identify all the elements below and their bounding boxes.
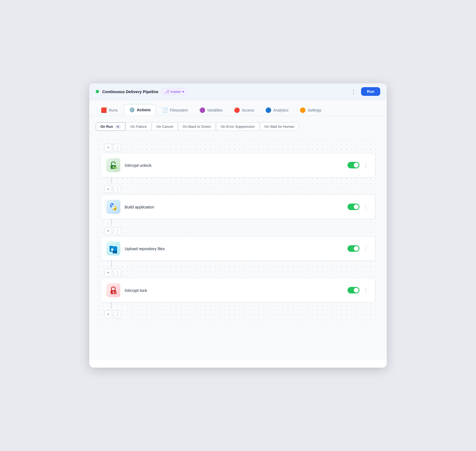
action-options-button-1[interactable]: ⋮ bbox=[114, 185, 121, 193]
header-left: Continuous Delivery Pipeline ⎇ master ▾ bbox=[96, 88, 187, 95]
tab-actions-label: Actions bbox=[137, 108, 151, 112]
actions-list: + ⋮ bbox=[101, 142, 375, 320]
connector-row-1: + ⋮ bbox=[101, 184, 121, 195]
tab-filesystem[interactable]: 📄 Filesystem bbox=[157, 104, 193, 116]
subtab-on-wait-for-human[interactable]: On Wait for Human bbox=[260, 122, 299, 131]
nav-tabs: 🟥 Runs ⚙️ Actions 📄 Filesystem 🟣 Variabl… bbox=[89, 100, 387, 116]
build-application-more-button[interactable]: ⋮ bbox=[362, 202, 370, 211]
pipeline-status-dot bbox=[96, 90, 99, 93]
tab-access-label: Access bbox=[242, 108, 254, 112]
tab-access[interactable]: 🔴 Access bbox=[229, 104, 259, 116]
gitcrypt-unlock-more-button[interactable]: ⋮ bbox=[362, 161, 370, 169]
git-branch-icon: ⎇ bbox=[165, 89, 169, 94]
svg-text:↑: ↑ bbox=[114, 251, 116, 253]
sub-tabs: On Run 4 On Failure On Cancel On Back to… bbox=[96, 122, 380, 131]
v-line-2 bbox=[111, 219, 112, 225]
subtab-on-error-suppression-label: On Error Suppression bbox=[221, 125, 255, 129]
more-options-button[interactable]: ⋮ bbox=[349, 87, 358, 96]
build-application-toggle[interactable] bbox=[348, 204, 359, 210]
run-button[interactable]: Run bbox=[361, 87, 380, 96]
subtab-on-back-to-green-label: On Back to Green bbox=[183, 125, 211, 129]
actions-icon: ⚙️ bbox=[129, 107, 135, 113]
tab-runs-label: Runs bbox=[109, 108, 118, 112]
action-card-upload-repository: ↑ Upload repository files ⋮ bbox=[101, 236, 375, 261]
chevron-down-icon: ▾ bbox=[182, 90, 184, 94]
gitcrypt-unlock-icon: ↑ bbox=[108, 160, 118, 170]
header-right: ⋮ Run bbox=[349, 87, 380, 96]
pipeline-title: Continuous Delivery Pipeline bbox=[102, 89, 158, 94]
header: Continuous Delivery Pipeline ⎇ master ▾ … bbox=[89, 83, 387, 100]
svg-point-14 bbox=[112, 250, 113, 250]
gitcrypt-unlock-controls: ⋮ bbox=[348, 161, 370, 169]
action-card-build-application: Build application ⋮ bbox=[101, 195, 375, 219]
gitcrypt-lock-icon-wrap: ↑ bbox=[106, 283, 120, 297]
upload-repository-more-button[interactable]: ⋮ bbox=[362, 244, 370, 253]
action-options-button-3[interactable]: ⋮ bbox=[114, 269, 121, 276]
action-card-gitcrypt-lock: ↑ Gitcrypt lock ⋮ bbox=[101, 278, 375, 302]
add-action-button-1[interactable]: + bbox=[104, 185, 112, 193]
gitcrypt-lock-label: Gitcrypt lock bbox=[125, 288, 343, 293]
tab-actions[interactable]: ⚙️ Actions bbox=[124, 104, 156, 116]
filesystem-icon: 📄 bbox=[162, 107, 168, 113]
build-application-controls: ⋮ bbox=[348, 202, 370, 211]
actions-area: + ⋮ bbox=[96, 137, 380, 325]
subtab-on-back-to-green[interactable]: On Back to Green bbox=[178, 122, 216, 131]
subtab-on-cancel[interactable]: On Cancel bbox=[152, 122, 177, 131]
build-application-icon-wrap bbox=[106, 200, 120, 214]
subtab-on-run[interactable]: On Run 4 bbox=[96, 122, 125, 131]
tab-analytics-label: Analytics bbox=[273, 108, 288, 112]
add-action-button-2[interactable]: + bbox=[104, 227, 112, 235]
action-card-gitcrypt-unlock: ↑ Gitcrypt unlock ⋮ bbox=[101, 153, 375, 177]
tab-settings[interactable]: 🟠 Settings bbox=[295, 104, 326, 116]
subtab-on-failure-label: On Failure bbox=[130, 125, 147, 129]
gitcrypt-unlock-label: Gitcrypt unlock bbox=[125, 163, 343, 168]
main-content: On Run 4 On Failure On Cancel On Back to… bbox=[89, 116, 387, 360]
analytics-icon: 🔵 bbox=[265, 107, 271, 113]
add-action-button-3[interactable]: + bbox=[104, 269, 112, 276]
subtab-on-wait-for-human-label: On Wait for Human bbox=[265, 125, 295, 129]
action-options-button-4[interactable]: ⋮ bbox=[114, 311, 121, 318]
subtab-on-failure[interactable]: On Failure bbox=[126, 122, 151, 131]
action-options-button-0[interactable]: ⋮ bbox=[114, 144, 121, 151]
variables-icon: 🟣 bbox=[199, 107, 205, 113]
on-run-badge: 4 bbox=[115, 125, 121, 129]
add-action-button-4[interactable]: + bbox=[104, 311, 112, 318]
v-line-3 bbox=[111, 261, 112, 267]
tab-runs[interactable]: 🟥 Runs bbox=[96, 104, 123, 116]
connector-row-2: + ⋮ bbox=[101, 225, 121, 236]
upload-repository-toggle[interactable] bbox=[348, 245, 359, 252]
upload-repository-label: Upload repository files bbox=[125, 246, 343, 251]
gitcrypt-unlock-toggle[interactable] bbox=[348, 162, 359, 168]
upload-repository-icon: ↑ bbox=[108, 244, 118, 253]
subtab-on-error-suppression[interactable]: On Error Suppression bbox=[216, 122, 259, 131]
svg-rect-9 bbox=[112, 205, 115, 208]
svg-point-7 bbox=[111, 204, 112, 205]
upload-repository-icon-wrap: ↑ bbox=[106, 241, 120, 256]
runs-icon: 🟥 bbox=[101, 107, 107, 113]
settings-icon: 🟠 bbox=[300, 107, 306, 113]
tab-variables-label: Variables bbox=[207, 108, 223, 112]
subtab-on-cancel-label: On Cancel bbox=[156, 125, 173, 129]
svg-point-8 bbox=[115, 208, 116, 210]
connector-row-4: + ⋮ bbox=[101, 309, 121, 320]
add-action-button-0[interactable]: + bbox=[104, 144, 112, 151]
build-application-label: Build application bbox=[125, 205, 343, 209]
connector-row-3: + ⋮ bbox=[101, 267, 121, 278]
build-application-icon bbox=[108, 202, 118, 212]
gitcrypt-lock-more-button[interactable]: ⋮ bbox=[362, 286, 370, 295]
v-line-1 bbox=[111, 177, 112, 184]
gitcrypt-lock-icon: ↑ bbox=[108, 285, 118, 295]
gitcrypt-lock-controls: ⋮ bbox=[348, 286, 370, 295]
tab-settings-label: Settings bbox=[308, 108, 321, 112]
upload-repository-controls: ⋮ bbox=[348, 244, 370, 253]
tab-analytics[interactable]: 🔵 Analytics bbox=[260, 104, 293, 116]
branch-selector[interactable]: ⎇ master ▾ bbox=[162, 88, 187, 95]
gitcrypt-lock-toggle[interactable] bbox=[348, 287, 359, 293]
tab-variables[interactable]: 🟣 Variables bbox=[194, 104, 228, 116]
app-window: Continuous Delivery Pipeline ⎇ master ▾ … bbox=[89, 83, 387, 368]
access-icon: 🔴 bbox=[234, 107, 240, 113]
action-options-button-2[interactable]: ⋮ bbox=[114, 227, 121, 235]
tab-filesystem-label: Filesystem bbox=[170, 108, 188, 112]
connector-row-0: + ⋮ bbox=[101, 142, 121, 153]
svg-rect-11 bbox=[110, 246, 113, 247]
